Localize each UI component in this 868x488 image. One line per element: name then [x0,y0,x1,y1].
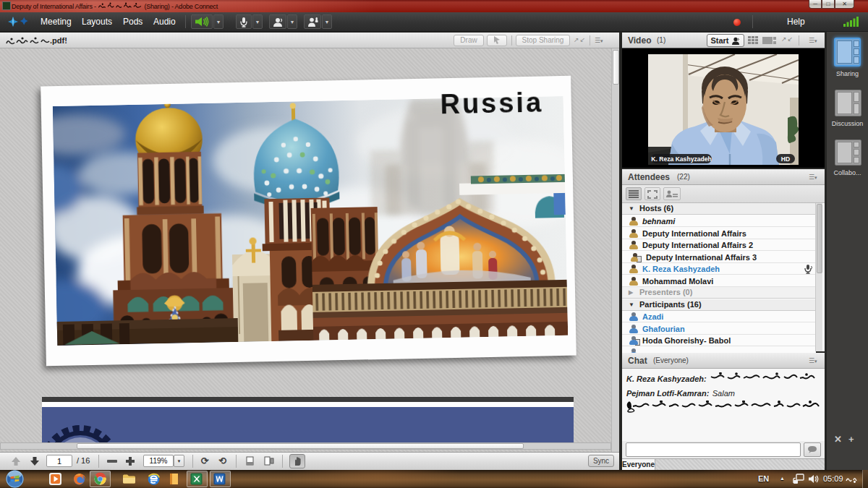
svg-text:HD: HD [781,155,790,163]
svg-text:K. Reza Kashyzadeh: K. Reza Kashyzadeh [651,155,712,163]
